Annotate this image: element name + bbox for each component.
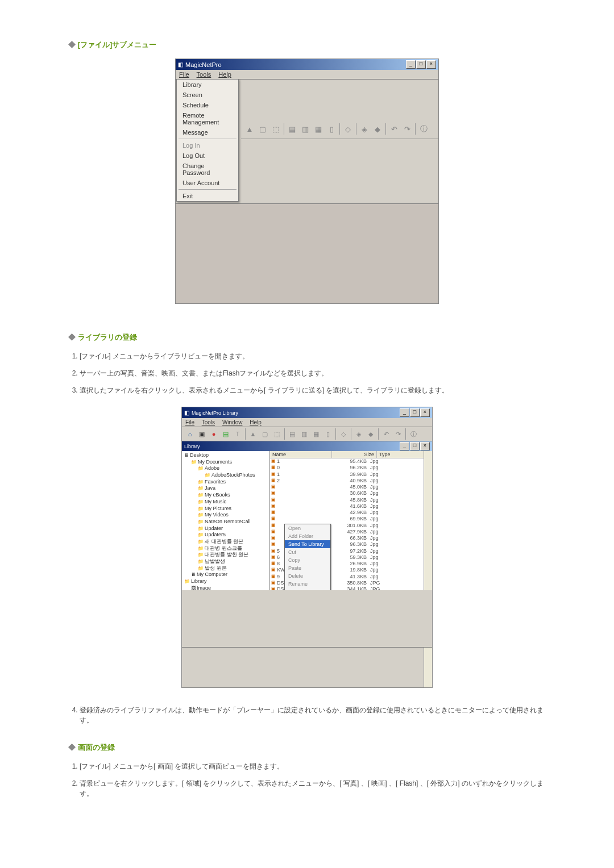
tree-item[interactable]: AdobeStockPhotos: [184, 472, 269, 479]
ctx-property[interactable]: Property: [285, 588, 330, 590]
tool-icon[interactable]: ⌂: [184, 428, 196, 440]
tree-item[interactable]: My eBooks: [184, 492, 269, 499]
menu-remote[interactable]: Remote Management: [177, 110, 238, 127]
tool-icon[interactable]: ▢: [256, 123, 269, 135]
tool-icon[interactable]: ◇: [338, 428, 349, 440]
menu-file[interactable]: File: [179, 71, 189, 78]
menu-logout[interactable]: Log Out: [177, 151, 238, 161]
tree-item[interactable]: Adobe: [184, 465, 269, 472]
tree-item[interactable]: My Computer: [184, 571, 269, 578]
tree-item[interactable]: My Pictures: [184, 506, 269, 512]
ctx-copy[interactable]: Copy: [285, 556, 330, 564]
table-row[interactable]: ▣139.9KBJpg: [270, 471, 432, 478]
tree-item[interactable]: Updater: [184, 525, 269, 532]
tool-icon[interactable]: ▤: [220, 428, 231, 440]
undo-icon[interactable]: ↶: [388, 123, 400, 135]
scrollbar[interactable]: [424, 451, 432, 590]
tree-library[interactable]: Library: [184, 578, 269, 585]
tree-item[interactable]: 대관병 원스크롤: [184, 545, 269, 552]
ctx-rename[interactable]: Rename: [285, 580, 330, 588]
menu-change-password[interactable]: Change Password: [177, 161, 238, 178]
table-row[interactable]: ▣69.9KBJpg: [270, 516, 432, 522]
tree-item[interactable]: 대관병률 발한 원본: [184, 552, 269, 558]
minimize-icon[interactable]: _: [406, 60, 416, 69]
tool-icon[interactable]: ▯: [325, 123, 338, 135]
text-icon[interactable]: T: [232, 428, 243, 440]
tree-item[interactable]: 발생 원본: [184, 565, 269, 572]
minimize-icon[interactable]: _: [400, 408, 409, 417]
table-row[interactable]: ▣45.8KBJpg: [270, 497, 432, 503]
tree-item[interactable]: NateOn RemoteCall: [184, 519, 269, 525]
maximize-icon[interactable]: □: [416, 60, 426, 69]
tool-icon[interactable]: ◇: [342, 123, 354, 135]
tool-icon[interactable]: ▲: [243, 123, 256, 135]
table-row[interactable]: ▣42.9KBJpg: [270, 510, 432, 516]
tree-item[interactable]: 새 대관병률 원본: [184, 539, 269, 545]
tool-icon[interactable]: ▦: [312, 123, 325, 135]
tree-item[interactable]: My Videos: [184, 512, 269, 519]
tool-icon[interactable]: ⬚: [269, 123, 282, 135]
tool-icon[interactable]: ▣: [196, 428, 208, 440]
menu-tools[interactable]: Tools: [197, 71, 211, 78]
menu-help[interactable]: Help: [218, 71, 231, 78]
maximize-icon[interactable]: □: [410, 442, 420, 450]
table-row[interactable]: ▣096.2KBJpg: [270, 465, 432, 471]
tool-icon[interactable]: ▥: [299, 123, 312, 135]
table-row[interactable]: ▣45.0KBJpg: [270, 484, 432, 490]
ctx-paste[interactable]: Paste: [285, 564, 330, 572]
menu-file[interactable]: File: [185, 419, 194, 425]
tool-icon[interactable]: ⬚: [271, 428, 283, 440]
tool-icon[interactable]: ●: [208, 428, 219, 440]
ctx-cut[interactable]: Cut: [285, 548, 330, 556]
tool-icon[interactable]: ▤: [286, 123, 298, 135]
menu-library[interactable]: Library: [177, 80, 238, 90]
tree-image[interactable]: Image: [184, 585, 269, 590]
tool-icon[interactable]: ▯: [322, 428, 334, 440]
tool-icon[interactable]: ▲: [247, 428, 259, 440]
tool-icon[interactable]: ◈: [358, 123, 371, 135]
menu-screen[interactable]: Screen: [177, 90, 238, 100]
menu-tools[interactable]: Tools: [202, 419, 215, 425]
tree-item[interactable]: My Music: [184, 499, 269, 506]
tool-icon[interactable]: ▢: [259, 428, 271, 440]
col-name[interactable]: Name: [270, 451, 332, 458]
tool-icon[interactable]: ◆: [365, 428, 376, 440]
tree-item[interactable]: Updater5: [184, 532, 269, 539]
table-row[interactable]: ▣195.4KBJpg: [270, 458, 432, 465]
redo-icon[interactable]: ↷: [401, 123, 413, 135]
menu-help[interactable]: Help: [250, 419, 262, 425]
table-row[interactable]: ▣30.6KBJpg: [270, 490, 432, 496]
menu-exit[interactable]: Exit: [177, 191, 238, 201]
menu-window[interactable]: Window: [222, 419, 243, 425]
menu-message[interactable]: Message: [177, 127, 238, 137]
menu-schedule[interactable]: Schedule: [177, 100, 238, 110]
table-row[interactable]: ▣41.6KBJpg: [270, 503, 432, 510]
col-size[interactable]: Size: [332, 451, 377, 458]
ctx-send[interactable]: Send To Library: [285, 540, 330, 548]
redo-icon[interactable]: ↷: [392, 428, 404, 440]
menu-user-account[interactable]: User Account: [177, 178, 238, 188]
info-icon[interactable]: ⓘ: [417, 123, 430, 135]
tree-desktop[interactable]: Desktop: [184, 452, 269, 459]
ctx-delete[interactable]: Delete: [285, 572, 330, 580]
tool-icon[interactable]: ▤: [287, 428, 298, 440]
tree-item[interactable]: 남발발생: [184, 558, 269, 565]
tree-item[interactable]: My Documents: [184, 459, 269, 466]
tool-icon[interactable]: ▥: [298, 428, 310, 440]
close-icon[interactable]: ×: [420, 442, 430, 450]
ctx-open[interactable]: Open: [285, 524, 330, 532]
minimize-icon[interactable]: _: [400, 442, 409, 450]
tool-icon[interactable]: ▦: [310, 428, 322, 440]
close-icon[interactable]: ×: [420, 408, 430, 417]
tree-item[interactable]: Java: [184, 485, 269, 492]
ctx-add[interactable]: Add Folder: [285, 532, 330, 540]
scrollbar[interactable]: [424, 648, 432, 687]
info-icon[interactable]: ⓘ: [408, 428, 419, 440]
table-row[interactable]: ▣240.9KBJpg: [270, 478, 432, 484]
maximize-icon[interactable]: □: [410, 408, 420, 417]
tool-icon[interactable]: ◈: [353, 428, 364, 440]
undo-icon[interactable]: ↶: [380, 428, 392, 440]
tool-icon[interactable]: ◆: [371, 123, 384, 135]
tree-item[interactable]: Favorites: [184, 479, 269, 486]
close-icon[interactable]: ×: [426, 60, 436, 69]
